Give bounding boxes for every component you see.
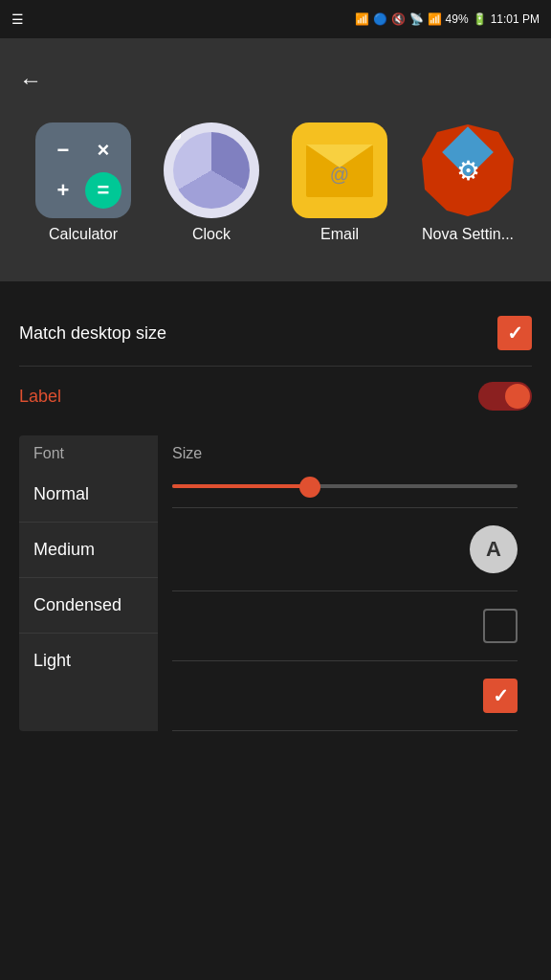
label-row: Label (19, 367, 532, 426)
font-size-section: Font Normal Medium Condensed Light Size (19, 435, 532, 731)
top-section: ← − × + = Calculator Clock (0, 38, 551, 281)
match-desktop-label: Match desktop size (19, 323, 166, 344)
time: 11:01 PM (491, 12, 540, 26)
font-option-medium[interactable]: Medium (19, 523, 158, 578)
slider-row (172, 467, 518, 508)
app-item-clock[interactable]: Clock (164, 122, 259, 243)
calc-plus: + (45, 172, 81, 209)
label-setting-text: Label (19, 387, 61, 407)
medium-size-row: A (172, 508, 518, 591)
nova-icon-wrapper: ⚙ (420, 122, 516, 218)
light-size-row: ✓ (172, 661, 518, 731)
size-column: Size A (158, 435, 532, 731)
clock-icon (164, 122, 259, 218)
app-item-nova[interactable]: ⚙ Nova Settin... (420, 122, 516, 243)
wifi-icon: 📡 (409, 12, 424, 26)
font-option-condensed[interactable]: Condensed (19, 578, 158, 634)
mute-icon: 🔇 (391, 12, 406, 26)
calc-equals: = (85, 172, 121, 209)
calc-minus: − (45, 132, 81, 168)
label-toggle[interactable] (478, 382, 532, 411)
battery-percent: 49% (446, 12, 469, 26)
condensed-size-row (172, 591, 518, 661)
slider-fill (172, 484, 310, 488)
battery-icon: 🔋 (473, 12, 487, 26)
size-slider[interactable] (172, 484, 518, 490)
light-checkbox[interactable]: ✓ (483, 679, 518, 713)
settings-section: Match desktop size ✓ Label Font Normal M… (0, 281, 551, 750)
back-button[interactable]: ← (0, 57, 61, 103)
nova-gear-icon: ⚙ (456, 155, 480, 187)
calculator-icon: − × + = (35, 122, 131, 218)
letter-a-button[interactable]: A (470, 525, 518, 573)
font-option-normal[interactable]: Normal (19, 467, 158, 523)
clock-label: Clock (192, 226, 231, 243)
app-item-calculator[interactable]: − × + = Calculator (35, 122, 131, 243)
email-icon: @ (292, 122, 387, 218)
match-desktop-row: Match desktop size ✓ (19, 301, 532, 367)
status-bar-left-icon: ☰ (11, 11, 24, 27)
app-item-email[interactable]: @ Email (292, 122, 387, 243)
font-column: Font Normal Medium Condensed Light (19, 435, 158, 731)
calculator-label: Calculator (49, 226, 118, 243)
email-label: Email (320, 226, 359, 243)
font-option-light[interactable]: Light (19, 634, 158, 688)
toggle-knob (505, 384, 530, 409)
back-arrow-icon: ← (19, 67, 42, 93)
signal-icon: 📶 (428, 12, 442, 26)
clock-center-dot (173, 132, 181, 140)
light-checkmark-icon: ✓ (493, 684, 509, 707)
bluetooth-icon: 🔵 (373, 12, 387, 26)
status-bar-right: 📶 🔵 🔇 📡 📶 49% 🔋 11:01 PM (355, 12, 540, 26)
calc-multiply: × (85, 132, 121, 168)
envelope-flap (306, 145, 373, 167)
clock-face (173, 132, 250, 209)
slider-thumb[interactable] (299, 477, 320, 498)
letter-a-text: A (486, 537, 501, 562)
status-bar: ☰ 📶 🔵 🔇 📡 📶 49% 🔋 11:01 PM (0, 0, 551, 38)
match-desktop-checkbox[interactable]: ✓ (497, 316, 532, 350)
nova-overlay: ⚙ (420, 122, 516, 218)
sim-icon: 📶 (355, 12, 369, 26)
checkmark-icon: ✓ (507, 322, 523, 345)
font-header: Font (19, 435, 158, 467)
nova-label: Nova Settin... (422, 226, 514, 243)
app-icons-row: − × + = Calculator Clock (0, 103, 551, 253)
size-header: Size (172, 435, 518, 467)
condensed-checkbox[interactable] (483, 609, 518, 643)
